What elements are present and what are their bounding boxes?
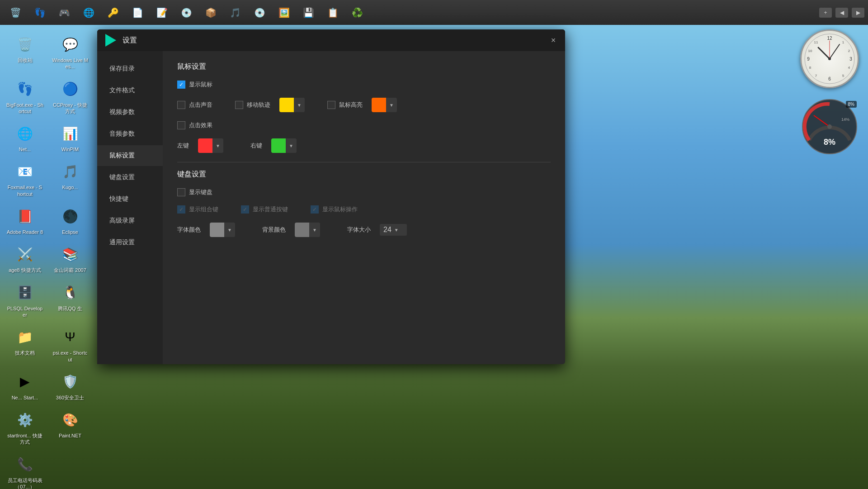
sidebar-item-视频参数[interactable]: 视频参数 [97,102,163,123]
show-cursor-checkbox[interactable] [177,81,185,89]
taskbar-icon-11[interactable]: 🖼️ [272,2,296,24]
sidebar-item-音频参数[interactable]: 音频参数 [97,123,163,144]
desktop-icon-10[interactable]: ⚔️ age8 快捷方式 [5,242,45,275]
taskbar-icon-4[interactable]: 🔑 [101,2,125,24]
taskbar-icon-8[interactable]: 📦 [199,2,222,24]
desktop-icon-7[interactable]: 🎵 Kugo... [50,159,90,199]
taskbar-next-btn[interactable]: ▶ [852,8,864,18]
desktop-icon-18[interactable]: ⚙️ startIront... 快捷方式 [5,407,45,447]
desktop-icon-img-11: 📚 [59,243,81,265]
desktop-icon-9[interactable]: 🌑 Eclipse [50,204,90,237]
desktop-icon-3[interactable]: 🔵 CCProxy - 快捷方式 [50,76,90,117]
desktop-icon-20[interactable]: 📞 员工电话号码表（07...） [5,452,45,489]
desktop-icon-13[interactable]: 🐧 腾讯QQ 生 [50,280,90,320]
svg-text:8: 8 [809,66,811,70]
click-sound-checkbox[interactable] [177,101,185,109]
desktop-icon-11[interactable]: 📚 金山词霸 2007 [50,242,90,275]
desktop-icon-5[interactable]: 📊 WinPIM [50,121,90,154]
move-track-checkbox[interactable] [235,101,243,109]
sidebar-item-键盘设置[interactable]: 键盘设置 [97,167,163,188]
sidebar-item-保存目录[interactable]: 保存目录 [97,58,163,79]
svg-point-19 [827,124,832,129]
left-key-color-arrow[interactable]: ▼ [212,138,223,153]
taskbar-icon-12[interactable]: 💾 [297,2,320,24]
sidebar-item-快捷键[interactable]: 快捷键 [97,189,163,209]
desktop-icon-4[interactable]: 🌐 Net... [5,121,45,154]
move-track-color-arrow[interactable]: ▼ [294,98,305,112]
show-normal-label: 显示普通按键 [253,205,288,214]
sidebar-item-文件格式[interactable]: 文件格式 [97,80,163,101]
click-effect-label: 点击效果 [189,121,212,129]
desktop-icon-15[interactable]: Ψ psi.exe - Shortcut [50,324,90,365]
mouse-highlight-color-picker[interactable]: ▼ [372,98,397,112]
sidebar-item-高级录屏[interactable]: 高级录屏 [97,210,163,231]
keyboard-section-title: 键盘设置 [177,170,551,179]
clock-widget: 12 3 6 9 1 2 4 5 7 8 10 11 [800,29,863,93]
desktop-icon-img-7: 🎵 [59,161,81,182]
bg-color-label: 背景颜色 [262,226,286,234]
taskbar-icon-img-14: ♻️ [350,5,364,20]
taskbar-icon-2[interactable]: 🎮 [52,2,76,24]
show-mouse-op-checkbox[interactable] [311,205,319,214]
font-size-label: 字体大小 [347,226,371,234]
desktop-icon-12[interactable]: 🗄️ PLSQL Developer [5,280,45,320]
svg-text:7: 7 [815,74,817,78]
sidebar-item-鼠标设置[interactable]: 鼠标设置 [97,145,163,166]
move-track-color-swatch [279,98,294,112]
show-keyboard-checkbox[interactable] [177,188,185,196]
desktop-icon-14[interactable]: 📁 技术文档 [5,324,45,365]
taskbar-prev-btn[interactable]: ◀ [835,8,848,18]
desktop-icon-0[interactable]: 🗑️ 回收站 [5,32,45,72]
desktop-icon-img-15: Ψ [59,326,81,348]
mouse-highlight-color-arrow[interactable]: ▼ [386,98,397,112]
taskbar-icon-7[interactable]: 💿 [175,2,198,24]
desktop-icon-img-5: 📊 [59,123,81,144]
taskbar-icon-14[interactable]: ♻️ [345,2,369,24]
desktop-icon-16[interactable]: ▶ Ne... Start... [5,369,45,403]
font-color-picker[interactable]: ▼ [210,223,235,237]
show-cursor-row: 显示鼠标 [177,81,551,89]
desktop-icon-8[interactable]: 📕 Adobe Reader 8 [5,204,45,237]
taskbar-icon-13[interactable]: 📋 [321,2,344,24]
taskbar-icon-9[interactable]: 🎵 [223,2,247,24]
desktop-icon-img-14: 📁 [14,326,36,348]
show-combo-label: 显示组合键 [189,205,218,214]
desktop-icon-img-2: 👣 [14,78,36,100]
desktop-icon-17[interactable]: 🛡️ 360安全卫士 [50,369,90,403]
show-cursor-label: 显示鼠标 [189,81,212,89]
sidebar-item-通用设置[interactable]: 通用设置 [97,232,163,253]
font-size-arrow: ▼ [394,228,399,233]
taskbar-icon-6[interactable]: 📝 [150,2,174,24]
desktop-icon-1[interactable]: 💬 Windows Live Mes... [50,32,90,72]
taskbar-icon-3[interactable]: 🌐 [77,2,100,24]
dialog-body: 保存目录文件格式视频参数音频参数鼠标设置键盘设置快捷键高级录屏通用设置 鼠标设置… [97,51,565,364]
click-effect-checkbox[interactable] [177,121,185,129]
bg-color-arrow[interactable]: ▼ [309,223,320,237]
svg-line-13 [818,47,830,59]
bg-color-picker[interactable]: ▼ [295,223,320,237]
show-normal-checkbox[interactable] [241,205,249,214]
font-color-arrow[interactable]: ▼ [224,223,235,237]
dialog-close-button[interactable]: × [547,34,560,47]
desktop-icon-img-19: 🎨 [59,409,81,431]
show-combo-checkbox[interactable] [177,205,185,214]
taskbar-icon-5[interactable]: 📄 [126,2,149,24]
mouse-highlight-checkbox[interactable] [327,101,335,109]
desktop-icon-label-18: startIront... 快捷方式 [6,432,43,446]
font-size-select[interactable]: 24 ▼ [380,224,407,236]
desktop-icon-2[interactable]: 👣 BigFoot.exe - Shortcut [5,76,45,117]
taskbar-add-btn[interactable]: + [819,8,832,18]
taskbar-icon-0[interactable]: 🗑️ [4,2,27,24]
taskbar-icon-10[interactable]: 💿 [248,2,271,24]
move-track-color-picker[interactable]: ▼ [279,98,305,112]
left-key-color-picker[interactable]: ▼ [198,138,223,153]
dialog-titlebar: 设置 × [97,29,565,51]
right-key-color-arrow[interactable]: ▼ [286,138,297,153]
desktop-icon-label-17: 360安全卫士 [56,394,84,401]
right-key-color-picker[interactable]: ▼ [271,138,297,153]
taskbar-icon-1[interactable]: 👣 [28,2,52,24]
desktop-icon-19[interactable]: 🎨 Paint.NET [50,407,90,447]
clock-face: 12 3 6 9 1 2 4 5 7 8 10 11 [800,29,859,88]
taskbar-icon-img-2: 🎮 [57,5,71,20]
desktop-icon-6[interactable]: 📧 Foxmail.exe - Shortcut [5,159,45,199]
